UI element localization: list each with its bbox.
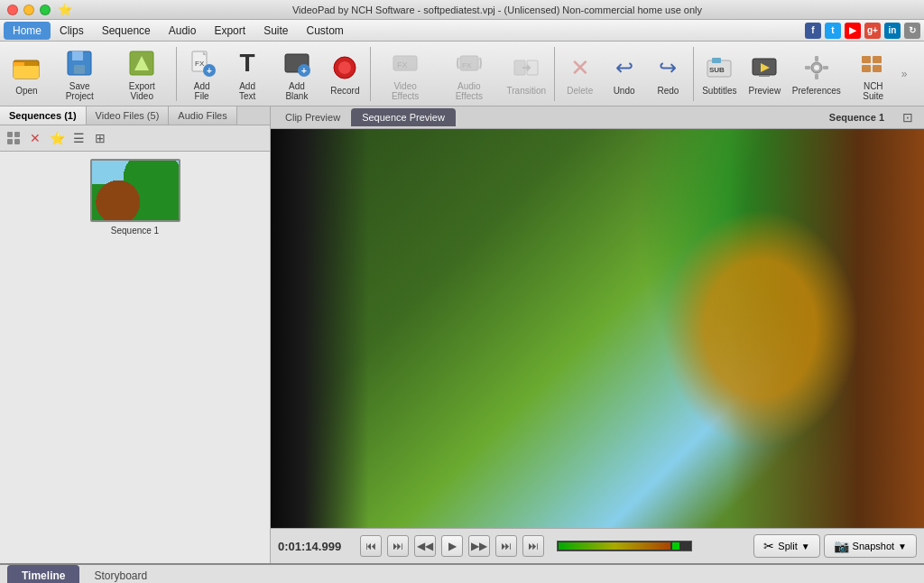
svg-rect-5 [74, 65, 85, 74]
refresh-icon[interactable]: ↻ [904, 23, 920, 39]
add-text-button[interactable]: T Add Text [225, 43, 269, 105]
menu-custom[interactable]: Custom [297, 22, 352, 40]
open-button[interactable]: Open [5, 48, 48, 99]
menu-bar: Home Clips Sequence Audio Export Suite C… [0, 20, 924, 42]
title-bar: ⭐ VideoPad by NCH Software - softpediate… [0, 0, 924, 20]
transport-skip-end[interactable]: ⏭ [522, 535, 544, 557]
subtitles-icon: SUB [703, 51, 735, 84]
transport-skip-start[interactable]: ⏮ [360, 535, 382, 557]
toolbar-more[interactable]: » [901, 68, 919, 80]
subtitles-label: Subtitles [702, 86, 736, 96]
tab-audio-files[interactable]: Audio Files [169, 106, 236, 125]
undo-button[interactable]: ↩ Undo [603, 48, 645, 99]
nch-suite-button[interactable]: NCH Suite [847, 43, 900, 105]
delete-button[interactable]: ✕ Delete [559, 48, 601, 99]
facebook-icon[interactable]: f [805, 23, 821, 39]
svg-text:FX: FX [195, 60, 205, 68]
panel-tool-sort[interactable]: ⊞ [90, 128, 110, 148]
panel-tool-thumb[interactable] [4, 128, 23, 148]
svg-rect-41 [14, 132, 20, 137]
video-preview [271, 129, 924, 528]
svg-rect-40 [7, 132, 13, 137]
audio-effects-button[interactable]: FX Audio Effects [438, 43, 500, 105]
close-button[interactable] [7, 5, 18, 15]
subtitles-button[interactable]: SUB Subtitles [698, 48, 742, 99]
split-button[interactable]: ✂ Split ▼ [753, 534, 819, 558]
menu-sequence[interactable]: Sequence [93, 22, 160, 40]
squirrel-overlay [662, 208, 858, 448]
maximize-button[interactable] [40, 5, 51, 15]
snapshot-button[interactable]: 📷 Snapshot ▼ [824, 534, 917, 558]
panel-tool-delete[interactable]: ✕ [25, 128, 45, 148]
panel-tool-list[interactable]: ☰ [69, 128, 88, 148]
transition-icon [510, 51, 542, 84]
tab-timeline[interactable]: Timeline [7, 565, 79, 583]
transport-rewind[interactable]: ◀◀ [414, 535, 436, 557]
preview-expand-button[interactable]: ⊡ [895, 106, 920, 128]
nch-suite-label: NCH Suite [853, 81, 894, 101]
save-project-button[interactable]: Save Project [50, 43, 110, 105]
menu-clips[interactable]: Clips [51, 22, 93, 40]
add-blank-button[interactable]: + Add Blank [272, 43, 322, 105]
audio-effects-icon: FX [453, 47, 485, 79]
svg-point-17 [338, 61, 351, 74]
split-icon: ✂ [763, 539, 774, 553]
svg-text:SUB: SUB [709, 66, 725, 74]
svg-rect-37 [873, 56, 882, 63]
menu-home[interactable]: Home [4, 22, 51, 40]
video-effects-button[interactable]: FX Video Effects [374, 43, 437, 105]
svg-rect-4 [72, 51, 83, 60]
export-label: Export Video [117, 81, 167, 101]
menu-suite[interactable]: Suite [254, 22, 297, 40]
snapshot-label: Snapshot [853, 541, 894, 551]
audio-effects-label: Audio Effects [443, 81, 494, 101]
app-icon: ⭐ [58, 3, 72, 16]
split-dropdown-icon[interactable]: ▼ [801, 541, 810, 551]
tab-clip-preview[interactable]: Clip Preview [274, 108, 351, 126]
nch-suite-icon [857, 47, 890, 79]
volume-peak [672, 542, 679, 550]
main-area: Sequences (1) Video Files (5) Audio File… [0, 106, 924, 563]
transition-button[interactable]: Transition [502, 48, 550, 99]
panel-tool-star[interactable]: ⭐ [47, 128, 67, 148]
window-title: VideoPad by NCH Software - softpediatest… [78, 5, 917, 15]
export-video-button[interactable]: Export Video [112, 43, 172, 105]
transport-forward[interactable]: ▶▶ [468, 535, 490, 557]
add-text-icon: T [231, 47, 263, 79]
redo-button[interactable]: ↪ Redo [647, 48, 689, 99]
tab-storyboard[interactable]: Storyboard [79, 565, 162, 583]
transport-play[interactable]: ▶ [441, 535, 463, 557]
menu-audio[interactable]: Audio [160, 22, 206, 40]
googleplus-icon[interactable]: g+ [864, 23, 881, 39]
preview-sequence-title: Sequence 1 [818, 108, 895, 126]
separator-3 [554, 47, 555, 101]
preview-area: Clip Preview Sequence Preview Sequence 1… [271, 106, 924, 563]
window-controls [7, 5, 51, 15]
record-button[interactable]: Record [324, 48, 366, 99]
sequence-item[interactable]: Sequence 1 [7, 159, 263, 236]
svg-rect-35 [823, 66, 828, 69]
transport-next-frame[interactable]: ⏭ [495, 535, 517, 557]
twitter-icon[interactable]: t [825, 23, 841, 39]
transport-prev-frame[interactable]: ⏭ [387, 535, 409, 557]
preferences-icon [800, 51, 833, 84]
menu-export[interactable]: Export [205, 22, 254, 40]
linkedin-icon[interactable]: in [884, 23, 901, 39]
snapshot-dropdown-icon[interactable]: ▼ [898, 541, 907, 551]
transport-bar: 0:01:14.999 ⏮ ⏭ ◀◀ ▶ ▶▶ ⏭ ⏭ ✂ Split ▼ [271, 528, 924, 563]
minimize-button[interactable] [23, 5, 34, 15]
svg-text:+: + [207, 66, 212, 76]
preferences-button[interactable]: Preferences [788, 48, 845, 99]
social-icons: f t ▶ g+ in ↻ [805, 23, 920, 39]
toolbar: Open Save Project Export Video FX+ Add F… [0, 42, 924, 106]
tab-sequence-preview[interactable]: Sequence Preview [351, 108, 456, 126]
preview-button[interactable]: Preview [744, 48, 786, 99]
tab-video-files[interactable]: Video Files (5) [87, 106, 170, 125]
preview-label: Preview [749, 86, 781, 96]
youtube-icon[interactable]: ▶ [845, 23, 861, 39]
add-file-button[interactable]: FX+ Add File [180, 43, 224, 105]
sequence-thumbnail [90, 159, 180, 222]
tab-sequences[interactable]: Sequences (1) [0, 106, 87, 125]
split-snapshot-controls: ✂ Split ▼ 📷 Snapshot ▼ [753, 534, 917, 558]
open-icon [10, 51, 42, 84]
